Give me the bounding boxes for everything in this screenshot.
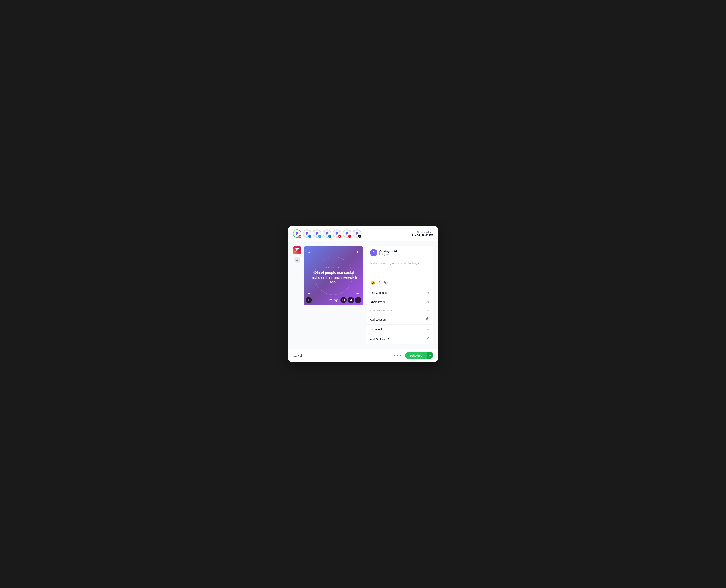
modal-footer: Cancel • • • Schedule ∨ — [288, 349, 438, 362]
social-badge-facebook: f — [308, 235, 311, 238]
video-thumbnail-label: Video Thumbnail: 0s — [370, 309, 392, 312]
fullscreen-button[interactable] — [341, 297, 347, 303]
platform-icon-instagram[interactable]: P ✓ — [293, 229, 301, 238]
platform-icon-tiktok[interactable]: P ♪ — [353, 229, 361, 238]
post-image-container: ✦ ✦ ✦ ✦ STATS & DATA 40% of people use s… — [304, 246, 363, 306]
single-image-label: Single Image ⓘ — [370, 300, 389, 304]
platform-icon-twitter[interactable]: P 𝕏 — [313, 229, 321, 238]
post-main-text: 40% of people use social media as their … — [307, 270, 359, 285]
first-comment-chevron: ∨ — [427, 291, 429, 294]
scheduled-label: Scheduled for: — [411, 231, 433, 234]
add-bio-link-header[interactable]: Add Bio Link URL — [366, 335, 433, 344]
add-location-header[interactable]: Add Location — [366, 315, 433, 324]
copy-button[interactable] — [383, 280, 388, 286]
first-comment-accordion: First Comment ∨ — [366, 288, 433, 297]
modal-body: ▲ ✦ ✦ ✦ ✦ STATS & DATA 40% of people use… — [288, 241, 438, 349]
hashtag-button[interactable]: # — [378, 280, 381, 285]
schedule-group: Schedule ∨ — [405, 352, 433, 359]
platform-icons: P ✓ P f P 𝕏 P in P — [293, 229, 361, 238]
platform-icon-linkedin[interactable]: P in — [323, 229, 331, 238]
modal-container: P ✓ P f P 𝕏 P in P — [288, 226, 438, 362]
sparkle-top-left: ✦ — [307, 250, 311, 254]
sparkle-bottom-left: ✦ — [307, 291, 311, 296]
first-comment-header[interactable]: First Comment ∨ — [366, 288, 433, 297]
bio-link-icon — [426, 337, 429, 341]
caption-area[interactable]: Add a caption, tag users or add hashtags… — [366, 259, 433, 278]
add-bio-link-label: Add Bio Link URL — [370, 338, 391, 341]
account-avatar: P — [370, 249, 377, 256]
post-image-content: STATS & DATA 40% of people use social me… — [304, 263, 363, 289]
more-options-button[interactable]: • • • — [392, 352, 404, 359]
account-name: @pallyysocial — [379, 250, 397, 253]
swap-button[interactable]: ⇄ — [348, 297, 354, 303]
emoji-button[interactable]: 🙂 — [370, 280, 376, 286]
platform-icon-facebook[interactable]: P f — [303, 229, 311, 238]
schedule-button[interactable]: Schedule — [405, 352, 426, 359]
tag-people-add-icon: + — [427, 327, 429, 332]
single-image-chevron: ∨ — [427, 300, 429, 304]
single-image-header[interactable]: Single Image ⓘ ∨ — [366, 297, 433, 306]
footer-right: • • • Schedule ∨ — [392, 352, 433, 359]
social-badge-linkedin: in — [328, 235, 331, 238]
sparkle-bottom-right: ✦ — [356, 291, 359, 296]
collapse-button[interactable]: ▲ — [294, 257, 300, 263]
more-image-button[interactable]: ••• — [355, 297, 361, 303]
platform-sidebar: ▲ — [293, 246, 301, 344]
tag-people-accordion: Tag People + — [366, 324, 433, 334]
single-image-info-icon: ⓘ — [387, 300, 389, 304]
first-comment-label: First Comment — [370, 291, 388, 294]
social-badge-tiktok: ♪ — [358, 235, 361, 238]
instagram-platform-icon[interactable] — [293, 246, 301, 254]
location-icon — [426, 317, 429, 322]
social-badge-instagram — [298, 235, 301, 238]
right-panel: P @pallyysocial Instagram Add a caption,… — [366, 246, 433, 344]
single-image-accordion: Single Image ⓘ ∨ Video Thumbnail: 0s + — [366, 297, 433, 315]
social-badge-twitter: 𝕏 — [318, 235, 321, 238]
svg-point-1 — [427, 318, 428, 319]
caption-placeholder: Add a caption, tag users or add hashtags… — [370, 261, 429, 265]
tag-people-label: Tag People — [370, 328, 383, 331]
account-info: @pallyysocial Instagram — [379, 250, 397, 256]
tag-people-header[interactable]: Tag People + — [366, 324, 433, 334]
platform-icon-pinterest[interactable]: P P — [343, 229, 351, 238]
add-image-button[interactable]: ＋ — [306, 297, 312, 303]
account-platform: Instagram — [379, 253, 397, 256]
image-action-group: ⇄ ••• — [341, 297, 361, 303]
left-panel: ▲ ✦ ✦ ✦ ✦ STATS & DATA 40% of people use… — [293, 246, 363, 344]
account-header: P @pallyysocial Instagram — [366, 246, 433, 259]
video-thumbnail-add-button[interactable]: + — [427, 308, 429, 313]
cancel-button[interactable]: Cancel — [293, 354, 302, 357]
post-image: ✦ ✦ ✦ ✦ STATS & DATA 40% of people use s… — [304, 246, 363, 306]
social-badge-pinterest: P — [348, 235, 351, 238]
social-badge-youtube: ▶ — [338, 235, 341, 238]
scheduled-info: Scheduled for: Apr 14, 02:00 PM — [411, 231, 433, 237]
platform-icon-youtube[interactable]: P ▶ — [333, 229, 341, 238]
stats-label: STATS & DATA — [307, 267, 359, 269]
svg-rect-0 — [385, 282, 387, 284]
add-location-label: Add Location — [370, 318, 386, 321]
image-controls: ＋ ⇄ ••• — [304, 297, 363, 303]
platform-bar: P ✓ P f P 𝕏 P in P — [288, 226, 438, 241]
video-thumbnail-row: Video Thumbnail: 0s + — [366, 306, 433, 315]
scheduled-date[interactable]: Apr 14, 02:00 PM — [411, 234, 433, 237]
caption-toolbar: 🙂 # — [366, 278, 433, 288]
add-location-accordion: Add Location — [366, 315, 433, 324]
sparkle-top-right: ✦ — [356, 250, 359, 254]
schedule-chevron-button[interactable]: ∨ — [426, 352, 433, 359]
add-bio-link-accordion: Add Bio Link URL — [366, 334, 433, 344]
